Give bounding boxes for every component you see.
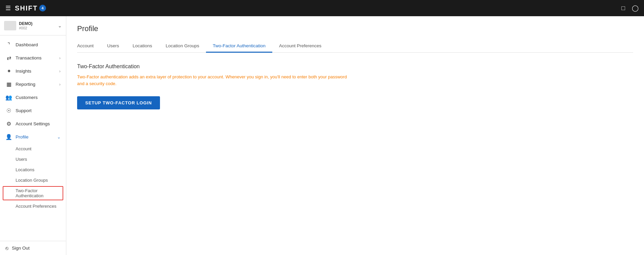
subitem-label: Locations [16, 167, 34, 172]
main-content: Profile Account Users Locations Location… [66, 16, 644, 255]
chevron-right-icon: › [59, 82, 61, 87]
page-title: Profile [77, 24, 633, 33]
subitem-label: Account [16, 146, 31, 151]
account-id: #002 [19, 26, 55, 30]
support-icon: ☉ [5, 107, 12, 114]
sidebar-account[interactable]: DEMO) #002 ⌄ [0, 16, 66, 35]
dashboard-icon: ⌝ [5, 42, 12, 48]
account-info: DEMO) #002 [19, 21, 55, 30]
sidebar-item-label: Insights [16, 69, 56, 74]
tab-account[interactable]: Account [77, 40, 100, 53]
sidebar-item-dashboard[interactable]: ⌝ Dashboard [0, 38, 66, 51]
chevron-right-icon: › [59, 69, 61, 74]
insights-icon: ✦ [5, 68, 12, 74]
logo: SHIFT 4 [15, 4, 46, 12]
sidebar-item-label: Transactions [16, 55, 56, 60]
section-title: Two-Factor Authentication [77, 63, 633, 70]
signout-icon: ⎋ [5, 245, 8, 251]
profile-icon: 👤 [5, 134, 12, 140]
sidebar-item-label: Customers [16, 95, 61, 100]
transactions-icon: ⇄ [5, 55, 12, 61]
sidebar-subitem-account-preferences[interactable]: Account Preferences [0, 201, 66, 211]
sidebar-item-profile[interactable]: 👤 Profile ⌄ [0, 130, 66, 144]
user-icon[interactable]: ◯ [632, 4, 639, 12]
sidebar-item-transactions[interactable]: ⇄ Transactions › [0, 51, 66, 65]
sidebar-item-support[interactable]: ☉ Support [0, 104, 66, 117]
sidebar-subitem-locations[interactable]: Locations [0, 164, 66, 175]
tab-users[interactable]: Users [100, 40, 126, 53]
topbar-right: □ ◯ [621, 4, 639, 12]
section-description: Two-Factor authentication adds an extra … [77, 74, 348, 87]
tab-location-groups[interactable]: Location Groups [159, 40, 206, 53]
sidebar-item-label: Profile [16, 134, 54, 139]
sidebar-subitem-users[interactable]: Users [0, 154, 66, 164]
sidebar-nav: ⌝ Dashboard ⇄ Transactions › ✦ Insights … [0, 35, 66, 241]
subitem-label: Users [16, 157, 27, 162]
topbar: ☰ SHIFT 4 □ ◯ [0, 0, 644, 16]
sidebar-item-label: Reporting [16, 82, 56, 87]
chat-icon[interactable]: □ [621, 5, 625, 12]
sidebar-item-label: Account Settings [16, 121, 61, 126]
chevron-right-icon: › [59, 56, 61, 60]
logo-text: SHIFT [15, 4, 38, 12]
hamburger-icon[interactable]: ☰ [5, 4, 11, 12]
subitem-label: Account Preferences [16, 204, 56, 209]
sidebar-item-insights[interactable]: ✦ Insights › [0, 65, 66, 78]
chevron-down-icon: ⌄ [58, 23, 62, 28]
sidebar-subitem-account[interactable]: Account [0, 144, 66, 154]
sidebar-item-customers[interactable]: 👥 Customers [0, 91, 66, 104]
signout-label: Sign Out [12, 246, 30, 251]
tabs: Account Users Locations Location Groups … [77, 40, 633, 53]
sidebar-item-account-settings[interactable]: ⚙ Account Settings [0, 117, 66, 130]
avatar [4, 21, 16, 30]
gear-icon: ⚙ [5, 121, 12, 127]
topbar-left: ☰ SHIFT 4 [5, 4, 46, 12]
sidebar-subitem-two-factor[interactable]: Two-Factor Authentication [3, 186, 63, 200]
layout: DEMO) #002 ⌄ ⌝ Dashboard ⇄ Transactions … [0, 16, 644, 255]
two-factor-section: Two-Factor Authentication Two-Factor aut… [77, 63, 633, 109]
tab-two-factor[interactable]: Two-Factor Authentication [206, 40, 272, 53]
sidebar-item-label: Support [16, 108, 61, 113]
setup-two-factor-button[interactable]: SETUP TWO-FACTOR LOGIN [77, 96, 160, 109]
tab-account-preferences[interactable]: Account Preferences [272, 40, 328, 53]
sidebar-item-label: Dashboard [16, 42, 61, 47]
chevron-down-icon: ⌄ [57, 135, 61, 139]
tab-locations[interactable]: Locations [126, 40, 159, 53]
sidebar-subitem-location-groups[interactable]: Location Groups [0, 175, 66, 185]
reporting-icon: ▦ [5, 81, 12, 87]
sidebar-item-reporting[interactable]: ▦ Reporting › [0, 78, 66, 91]
account-name: DEMO) [19, 21, 55, 26]
subitem-label: Location Groups [16, 178, 48, 183]
customers-icon: 👥 [5, 94, 12, 101]
logo-badge: 4 [39, 5, 46, 11]
subitem-label: Two-Factor Authentication [16, 188, 60, 198]
signout-button[interactable]: ⎋ Sign Out [0, 241, 66, 255]
sidebar: DEMO) #002 ⌄ ⌝ Dashboard ⇄ Transactions … [0, 16, 66, 255]
